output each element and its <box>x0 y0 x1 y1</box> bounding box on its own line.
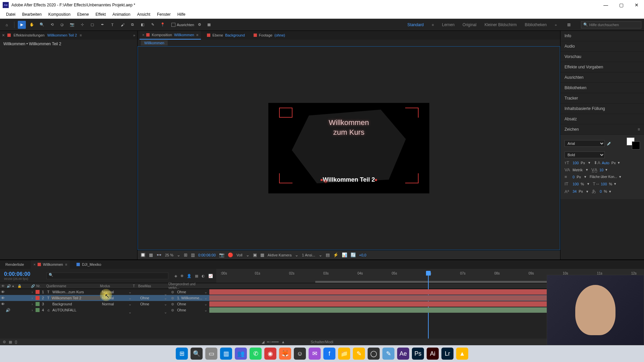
playhead[interactable] <box>426 271 431 276</box>
toggle-brackets-icon[interactable]: {} <box>15 340 17 344</box>
draft-3d-icon[interactable]: ❋ <box>180 274 183 278</box>
brush-tool[interactable]: 🖌 <box>118 21 126 29</box>
comp-mini-flow-icon[interactable]: ◈ <box>174 274 177 278</box>
flowchart-icon[interactable]: 🔄 <box>351 252 356 257</box>
anchor-point-icon[interactable]: ⊕ <box>324 179 328 184</box>
resolution-dropdown[interactable]: Voll <box>236 253 243 257</box>
pen-tool[interactable]: ✒ <box>98 21 106 29</box>
orbit-tool[interactable]: ⟲ <box>48 21 56 29</box>
zoom-slider[interactable]: ━○━━━ <box>267 340 279 344</box>
panel-info[interactable]: Info <box>560 31 644 41</box>
channel-icon[interactable]: 🔴 <box>228 252 233 257</box>
workspace-standard[interactable]: Standard <box>408 22 424 27</box>
panel-toggle-icon[interactable]: ▥ <box>565 21 573 29</box>
fill-over-dropdown[interactable]: Fläche über Kon... <box>590 175 617 179</box>
menu-animation[interactable]: Animation <box>109 11 133 18</box>
mask-icon[interactable]: 👓 <box>156 252 162 257</box>
zoom-out-icon[interactable]: ◢ <box>262 340 264 344</box>
anchor-tool[interactable]: ⊹ <box>78 21 86 29</box>
taskbar-app-icon[interactable]: 🦊 <box>279 348 291 360</box>
workspace-bibliotheken[interactable]: Bibliotheken <box>525 22 546 27</box>
eyedropper-icon[interactable]: 💉 <box>607 141 611 146</box>
taskbar-app-icon[interactable]: ✎ <box>382 348 394 360</box>
exposure-value[interactable]: +0,0 <box>359 253 367 257</box>
rotate-tool[interactable]: ◶ <box>58 21 66 29</box>
baseline-value[interactable]: 34 <box>573 189 577 193</box>
font-weight-dropdown[interactable]: Bold <box>565 152 605 158</box>
selection-tool[interactable]: ▶ <box>18 21 26 29</box>
menu-effekt[interactable]: Effekt <box>92 11 109 18</box>
switches-modes-label[interactable]: Schalter/Modi <box>311 340 333 344</box>
taskbar-app-icon[interactable]: ▥ <box>220 348 232 360</box>
taskbar-app-icon[interactable]: Ai <box>427 348 439 360</box>
panel-bibliotheken[interactable]: Bibliotheken <box>560 83 644 93</box>
timeline-tab[interactable]: DJI_Mexiko <box>74 260 104 269</box>
taskbar-app-icon[interactable]: Ps <box>412 348 424 360</box>
taskbar-app-icon[interactable]: ◯ <box>368 348 380 360</box>
taskbar-app-icon[interactable]: 🔍 <box>191 348 203 360</box>
panel-effekte-und-vorgaben[interactable]: Effekte und Vorgaben <box>560 62 644 72</box>
zoom-in-icon[interactable]: ▲ <box>281 340 285 344</box>
panel-tracker[interactable]: Tracker <box>560 93 644 104</box>
tsume-value[interactable]: 0 <box>600 189 602 193</box>
menu-ebene[interactable]: Ebene <box>74 11 92 18</box>
motion-blur-icon[interactable]: ◐ <box>202 274 205 278</box>
menu-komposition[interactable]: Komposition <box>45 11 74 18</box>
stroke-color-swatch[interactable] <box>632 141 640 149</box>
workspace-menu-icon[interactable]: ≡ <box>432 23 434 27</box>
camera-tool[interactable]: 📷 <box>68 21 76 29</box>
timeline-icon[interactable]: 📊 <box>342 252 347 257</box>
graph-editor-icon[interactable]: 📈 <box>208 274 213 278</box>
snapshot-icon[interactable]: 📷 <box>219 252 224 257</box>
snap-checkbox[interactable] <box>171 23 175 27</box>
res-icon[interactable]: ⊞ <box>184 252 187 257</box>
panel-inhaltsbasierte-füllung[interactable]: Inhaltsbasierte Füllung <box>560 104 644 114</box>
tab-close-icon[interactable]: × <box>2 33 5 38</box>
snap-grid-icon[interactable]: ▦ <box>205 21 213 29</box>
vscale-value[interactable]: 100 <box>573 182 579 186</box>
panel-menu-icon[interactable]: ≡ <box>79 33 82 37</box>
panel-menu-icon[interactable]: ≡ <box>638 127 640 132</box>
panel-vorschau[interactable]: Vorschau <box>560 52 644 62</box>
menu-ansicht[interactable]: Ansicht <box>134 11 154 18</box>
subtitle-text-layer[interactable]: Willkommen Teil 2 <box>321 176 377 183</box>
views-dropdown[interactable]: 1 Ansi... <box>302 253 315 257</box>
comp-tab[interactable]: × Komposition Willkommen ≡ <box>140 31 201 40</box>
workspace-kleiner[interactable]: Kleiner Bildschirm <box>484 22 517 27</box>
panel-ausrichten[interactable]: Ausrichten <box>560 72 644 83</box>
toggle-modes-icon[interactable]: ▦ <box>9 340 12 344</box>
viewer-timecode[interactable]: 0:00:06:00 <box>198 253 216 257</box>
hand-tool[interactable]: ✋ <box>28 21 36 29</box>
taskbar-app-icon[interactable]: ✎ <box>353 348 365 360</box>
taskbar-app-icon[interactable]: Lr <box>441 348 453 360</box>
font-family-dropdown[interactable]: Arial <box>565 140 605 147</box>
taskbar-app-icon[interactable]: 👥 <box>235 348 247 360</box>
character-panel-header[interactable]: Zeichen ≡ <box>560 124 644 135</box>
composition-canvas[interactable]: Willkommen zum Kurs Willkommen Teil 2 ⊕ <box>268 103 429 193</box>
taskbar-app-icon[interactable]: ▭ <box>205 348 217 360</box>
magnify-icon[interactable]: 🔲 <box>140 252 146 257</box>
workspace-original[interactable]: Original <box>463 22 476 27</box>
clone-tool[interactable]: ⧉ <box>128 21 137 29</box>
menu-bearbeiten[interactable]: Bearbeiten <box>19 11 45 18</box>
pixel-aspect-icon[interactable]: ▤ <box>326 252 330 257</box>
shape-tool[interactable]: ▢ <box>88 21 96 29</box>
alpha-icon[interactable]: ▦ <box>149 252 153 257</box>
font-size-value[interactable]: 100 <box>573 161 579 165</box>
workspace-lernen[interactable]: Lernen <box>442 22 454 27</box>
safe-icon[interactable]: ▥ <box>191 252 195 257</box>
menu-fenster[interactable]: Fenster <box>154 11 174 18</box>
taskbar-app-icon[interactable]: ◉ <box>264 348 276 360</box>
taskbar-app-icon[interactable]: ☺ <box>294 348 306 360</box>
composition-viewer[interactable]: Willkommen zum Kurs Willkommen Teil 2 ⊕ <box>138 46 560 250</box>
close-button[interactable]: ✕ <box>632 2 641 8</box>
timeline-tab[interactable]: ×Willkommen≡ <box>31 260 70 269</box>
title-text-layer[interactable]: Willkommen zum Kurs <box>329 118 369 137</box>
puppet-tool[interactable]: 📍 <box>159 21 167 29</box>
camera-dropdown[interactable]: Aktive Kamera <box>268 253 292 257</box>
taskbar-app-icon[interactable]: f <box>323 348 335 360</box>
tracking-value[interactable]: 10 <box>599 168 603 172</box>
chevron-down-icon[interactable]: ⌄ <box>319 252 322 257</box>
menu-hilfe[interactable]: Hilfe <box>174 11 189 18</box>
chevron-down-icon[interactable]: ⌄ <box>246 252 250 257</box>
